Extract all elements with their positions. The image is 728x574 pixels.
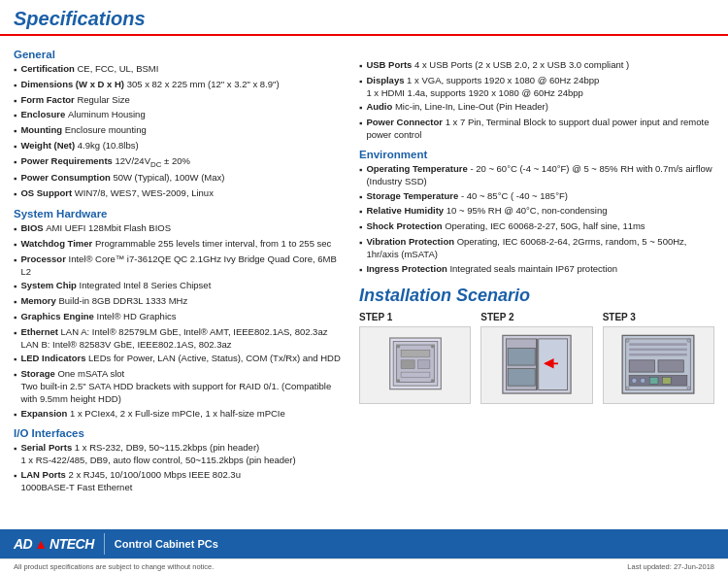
page-wrapper: Specifications General ▪Certification CE… xyxy=(0,0,728,574)
svg-rect-20 xyxy=(629,349,687,352)
svg-rect-10 xyxy=(401,372,430,377)
header: Specifications xyxy=(0,0,728,36)
step-1-image xyxy=(359,326,471,404)
list-item: ▪Vibration Protection Operating, IEC 600… xyxy=(359,236,714,261)
svg-point-26 xyxy=(641,379,645,384)
list-item: ▪Power Connector 1 x 7 Pin, Terminal Blo… xyxy=(359,117,714,142)
svg-rect-23 xyxy=(658,360,683,372)
system-hardware-list: ▪BIOS AMI UEFI 128Mbit Flash BIOS ▪Watch… xyxy=(14,222,344,421)
svg-rect-15 xyxy=(508,349,535,366)
page-title: Specifications xyxy=(14,8,714,30)
footer-bar: AD▲NTECH Control Cabinet PCs xyxy=(0,529,728,558)
section-general-title: General xyxy=(14,49,344,60)
list-item: ▪Expansion 1 x PCIex4, 2 x Full-size mPC… xyxy=(14,408,344,422)
step-3-block: STEP 3 xyxy=(603,312,714,404)
svg-point-6 xyxy=(430,379,434,383)
svg-rect-19 xyxy=(629,344,687,347)
svg-rect-9 xyxy=(417,360,429,369)
right-column: ▪USB Ports 4 x USB Ports (2 x USB 2.0, 2… xyxy=(359,42,714,523)
list-item: ▪USB Ports 4 x USB Ports (2 x USB 2.0, 2… xyxy=(359,59,714,73)
list-item: ▪LED Indicators LEDs for Power, LAN (Act… xyxy=(14,353,344,366)
step-1-label: STEP 1 xyxy=(359,312,392,322)
steps-row: STEP 1 xyxy=(359,312,714,404)
svg-point-25 xyxy=(632,379,637,384)
svg-point-5 xyxy=(396,379,400,383)
list-item: ▪Storage One mSATA slotTwo built-in 2.5"… xyxy=(14,368,344,405)
section-environment: Environment ▪Operating Temperature - 20 … xyxy=(359,149,714,277)
step-2-label: STEP 2 xyxy=(480,312,513,322)
list-item: ▪Mounting Enclosure mounting xyxy=(14,124,344,138)
svg-rect-8 xyxy=(401,360,414,369)
general-list: ▪Certification CE, FCC, UL, BSMI ▪Dimens… xyxy=(14,63,344,201)
step-2-image xyxy=(480,326,592,404)
svg-rect-28 xyxy=(663,378,672,385)
list-item: ▪BIOS AMI UEFI 128Mbit Flash BIOS xyxy=(14,222,344,236)
section-io: I/O Interfaces ▪Serial Ports 1 x RS-232,… xyxy=(14,427,344,493)
list-item: ▪Operating Temperature - 20 ~ 60°C (-4 ~… xyxy=(359,163,714,188)
list-item: ▪Relative Humidity 10 ~ 95% RH @ 40°C, n… xyxy=(359,205,714,219)
list-item: ▪Enclosure Aluminum Housing xyxy=(14,109,344,122)
list-item: ▪Audio Mic-in, Line-In, Line-Out (Pin He… xyxy=(359,101,714,115)
svg-point-30 xyxy=(687,339,691,343)
list-item: ▪Form Factor Regular Size xyxy=(14,94,344,108)
list-item: ▪Graphics Engine Intel® HD Graphics xyxy=(14,311,344,324)
list-item: ▪Dimensions (W x D x H) 305 x 82 x 225 m… xyxy=(14,79,344,92)
list-item: ▪Power Consumption 50W (Typical), 100W (… xyxy=(14,172,344,186)
list-item: ▪Power Requirements 12V/24VDC ± 20% xyxy=(14,155,344,171)
svg-point-4 xyxy=(430,345,434,349)
notice-right: Last updated: 27-Jun-2018 xyxy=(627,562,714,571)
svg-rect-16 xyxy=(508,369,535,387)
svg-rect-22 xyxy=(629,360,654,372)
list-item: ▪Processor Intel® Core™ i7-3612QE QC 2.1… xyxy=(14,253,344,279)
section-io-title: I/O Interfaces xyxy=(14,427,344,439)
notice-left: All product specifications are subject t… xyxy=(14,562,214,571)
svg-rect-21 xyxy=(629,354,687,356)
svg-point-29 xyxy=(626,339,630,343)
step-3-image xyxy=(603,326,714,404)
main-content: General ▪Certification CE, FCC, UL, BSMI… xyxy=(0,36,728,529)
section-system-hardware: System Hardware ▪BIOS AMI UEFI 128Mbit F… xyxy=(14,208,344,421)
section-system-hardware-title: System Hardware xyxy=(14,208,344,219)
section-environment-title: Environment xyxy=(359,149,714,160)
left-column: General ▪Certification CE, FCC, UL, BSMI… xyxy=(14,42,344,523)
svg-rect-7 xyxy=(401,351,430,357)
list-item: ▪Ethernet LAN A: Intel® 82579LM GbE, Int… xyxy=(14,326,344,352)
footer-notice: All product specifications are subject t… xyxy=(0,558,728,574)
io-continued-list: ▪USB Ports 4 x USB Ports (2 x USB 2.0, 2… xyxy=(359,59,714,142)
list-item: ▪Watchdog Timer Programmable 255 levels … xyxy=(14,238,344,252)
list-item: ▪Ingress Protection Integrated seals mai… xyxy=(359,263,714,277)
svg-point-3 xyxy=(396,345,400,349)
step-2-block: STEP 2 xyxy=(480,312,592,404)
svg-point-31 xyxy=(626,387,630,390)
list-item: ▪OS Support WIN7/8, WES7, WES-2009, Linu… xyxy=(14,187,344,201)
list-item: ▪System Chip Integrated Intel 8 Series C… xyxy=(14,280,344,293)
list-item: ▪Shock Protection Operating, IEC 60068-2… xyxy=(359,220,714,234)
step-3-label: STEP 3 xyxy=(603,312,636,322)
environment-list: ▪Operating Temperature - 20 ~ 60°C (-4 ~… xyxy=(359,163,714,277)
list-item: ▪Displays 1 x VGA, supports 1920 x 1080 … xyxy=(359,75,714,100)
footer-logo: AD▲NTECH xyxy=(14,536,94,552)
list-item: ▪LAN Ports 2 x RJ45, 10/100/1000 Mbps IE… xyxy=(14,469,344,494)
list-item: ▪Certification CE, FCC, UL, BSMI xyxy=(14,63,344,77)
section-installation: Installation Scenario STEP 1 xyxy=(359,286,714,404)
io-list: ▪Serial Ports 1 x RS-232, DB9, 50~115.2k… xyxy=(14,442,344,493)
svg-point-32 xyxy=(687,387,691,390)
list-item: ▪Storage Temperature - 40 ~ 85°C ( -40 ~… xyxy=(359,190,714,204)
section-general: General ▪Certification CE, FCC, UL, BSMI… xyxy=(14,49,344,201)
list-item: ▪Serial Ports 1 x RS-232, DB9, 50~115.2k… xyxy=(14,442,344,467)
step-1-block: STEP 1 xyxy=(359,312,471,404)
svg-rect-27 xyxy=(650,378,659,385)
install-title: Installation Scenario xyxy=(359,286,714,306)
list-item: ▪Weight (Net) 4.9kg (10.8lbs) xyxy=(14,140,344,153)
footer-divider xyxy=(104,533,105,555)
list-item: ▪Memory Build-in 8GB DDR3L 1333 MHz xyxy=(14,295,344,309)
footer-tagline: Control Cabinet PCs xyxy=(115,538,218,550)
